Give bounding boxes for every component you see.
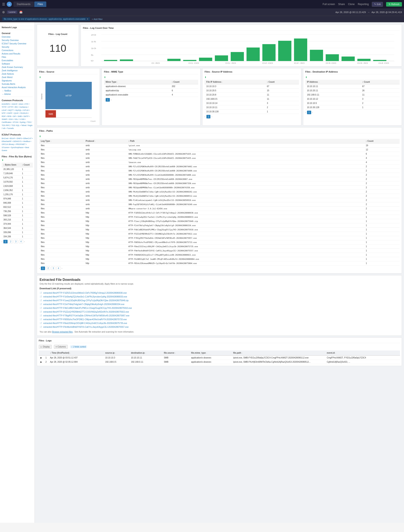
dest-prev[interactable]: ‹ <box>305 111 306 114</box>
src-next[interactable]: › <box>212 115 212 118</box>
dest-page-1[interactable]: 1 <box>307 111 311 114</box>
page-prev-arrow[interactable]: ‹ <box>2 241 2 243</box>
page-next-arrow[interactable]: › <box>24 241 25 243</box>
file-path-col[interactable]: file.path ↕ <box>231 350 325 355</box>
time-col[interactable]: ↕ Time (firstPacket) ↕ <box>48 350 103 355</box>
sidebar-connections[interactable]: Connections <box>2 49 33 52</box>
path-protocol: http <box>84 228 127 232</box>
mime-prev[interactable]: ‹ <box>104 99 105 101</box>
sidebar-zeek-weird[interactable]: Zeek Weird <box>2 76 33 79</box>
src-ip-download-icon[interactable]: ⬇ <box>205 76 299 79</box>
sidebar-asset[interactable]: Asset Interaction Analysis <box>2 86 33 89</box>
refresh-button[interactable]: ↻ Refresh <box>386 2 402 6</box>
sidebar-overview[interactable]: Overview <box>2 36 33 38</box>
mime-download-icon[interactable]: ⬇ <box>104 76 198 79</box>
sidebar-software[interactable]: Software <box>2 63 33 65</box>
src-page-1[interactable]: 1 <box>206 115 211 118</box>
sidebar-signatures[interactable]: Signatures <box>2 79 33 82</box>
download-link-item[interactable]: 📄extracted-files/HTTP-F78IgIRS7YUeXaEkk-… <box>39 314 399 317</box>
bytes-download-icon[interactable]: ⬇ <box>2 159 33 162</box>
time-from[interactable]: Apr 28, 2020 @ 00:11:23.429 <box>335 11 366 13</box>
sidebar-ics-overview[interactable]: ICS/IoT Security Overview <box>2 42 33 45</box>
sidebar-netbox[interactable]: → NetBox <box>2 89 33 92</box>
paths-count-col[interactable]: ↕ Count <box>364 139 400 144</box>
files-by-size-title: Files - Files By Size (Bytes) <box>2 155 33 158</box>
page-4-btn[interactable]: 4 <box>19 240 23 243</box>
mime-page-1[interactable]: 1 <box>106 98 110 101</box>
paths-page-4[interactable]: 4 <box>56 266 61 270</box>
sidebar-zeek-intelligence[interactable]: Zeek Intelligence <box>2 69 33 72</box>
file-source-col[interactable]: file.source ↕ <box>162 350 190 355</box>
download-link-item[interactable]: 📄extracted-files/HTTP-F8edJ33ItmjcOOUjMf… <box>39 322 399 325</box>
source-ip-col[interactable]: source.ip ↕ <box>103 350 129 355</box>
sidebar-arkime[interactable]: → Arkime <box>2 93 33 96</box>
download-link-item[interactable]: 📄extracted-files/HTTP-F1kSiw4pZQ1rfwsSe1… <box>39 295 399 298</box>
expand-icon[interactable]: ▶ <box>39 360 44 364</box>
download-link-item[interactable]: 📄extracted-files/HTTP-F5ZZzQYRD5Mn62TTJ-… <box>39 310 399 313</box>
dest-ip-download-icon[interactable]: ⬇ <box>305 76 400 79</box>
mime-count-col[interactable]: ↕ Count <box>170 80 198 84</box>
paths-prev[interactable]: ‹ <box>39 267 40 269</box>
fields-sorted-badge[interactable]: ↕ 1 fields sorted <box>70 345 87 348</box>
paths-page-2[interactable]: 2 <box>46 266 50 270</box>
src-prev[interactable]: ‹ <box>205 115 205 118</box>
download-link-item[interactable]: 📄extracted-files/HTTP-F4bCo8B2V4akUFLPMC… <box>39 306 399 310</box>
display-toggle[interactable]: ▷ Display <box>39 345 52 349</box>
source-download-icon[interactable]: ⬇ <box>39 76 98 79</box>
download-link-item[interactable]: 📄extracted-files/HTTP-F9mfbo4xBhb0YISFXI… <box>39 325 399 329</box>
paths-next[interactable]: › <box>62 267 62 269</box>
add-filter-button[interactable]: + Add filter <box>92 18 103 20</box>
sidebar-files[interactable]: Files <box>2 56 33 59</box>
path-count: 2 <box>364 173 400 177</box>
src-count-col[interactable]: ↕ Count <box>265 80 299 84</box>
path-protocol: smb <box>84 207 127 211</box>
event-id-col[interactable]: event.id ↕ <box>325 350 400 355</box>
list-item: 20,385,1201 <box>2 167 33 171</box>
sidebar-security-overview[interactable]: Security Overview <box>2 39 33 42</box>
sidebar-actions[interactable]: Actions and Results <box>2 52 33 55</box>
download-link-item[interactable]: 📄extracted-files/HTTP-F2vhT4blqYhdgJwh7-… <box>39 303 399 306</box>
share-link[interactable]: Share <box>338 3 345 6</box>
dest-next[interactable]: › <box>312 111 313 114</box>
sidebar-executables[interactable]: Executables <box>2 59 33 62</box>
fullscreen-link[interactable]: Full screen <box>323 3 335 6</box>
paths-download-icon[interactable]: ⬇ <box>39 135 400 138</box>
reporting-link[interactable]: Reporting <box>358 3 369 6</box>
list-item: 736,2561 <box>2 209 33 214</box>
tab-dashboards[interactable]: Dashboards <box>13 1 34 7</box>
dest-ip-col[interactable]: IP Address ↕ <box>305 80 361 84</box>
page-2-btn[interactable]: 2 <box>9 240 13 243</box>
download-link-item[interactable]: 📄extracted-files/HTTP-F1oerj1SDq9hUBXOog… <box>39 299 399 302</box>
page-1-btn[interactable]: 1 <box>3 240 7 243</box>
tab-files[interactable]: Files <box>34 1 46 7</box>
edit-button[interactable]: ✎ Edit <box>372 2 383 7</box>
mime-col[interactable]: Mime Type ↕ <box>104 80 170 84</box>
hamburger-icon[interactable]: ☰ <box>2 2 5 6</box>
columns-button[interactable]: ≡ Columns <box>54 345 68 349</box>
sidebar-zeek-notices[interactable]: Zeek Notices <box>2 73 33 76</box>
file-mime-col[interactable]: file.mime_type ↕ <box>189 350 231 355</box>
protocol-col[interactable]: Protocol ↕ <box>84 139 127 144</box>
mime-next[interactable]: › <box>111 99 111 101</box>
page-3-btn[interactable]: 3 <box>14 240 18 243</box>
bytes-col-header[interactable]: ↕ Bytes Seen <box>2 163 20 167</box>
paths-page-3[interactable]: 3 <box>51 266 55 270</box>
dest-count-col[interactable]: ↕ Count <box>360 80 400 84</box>
log-type-col[interactable]: Log Type ↕ <box>39 139 84 144</box>
path-col[interactable]: ↕ Path <box>127 139 364 144</box>
src-ip-col[interactable]: File IP Address ↕ <box>205 80 265 84</box>
sidebar-suricata[interactable]: Suricata Alerts <box>2 83 33 86</box>
download-link-item[interactable]: 📄extracted-files/HTTP-F1ERZU22mnz0t8vlx3… <box>39 291 399 295</box>
query-toggle[interactable]: ⊕ <box>2 10 5 14</box>
sidebar-security[interactable]: Security <box>2 46 33 49</box>
download-link-item[interactable]: 📄extracted-files/HTTP-F8050zhs7hsOFD9E1-… <box>39 318 399 321</box>
browse-link[interactable]: Browse extracted files <box>52 331 73 333</box>
expand-icon[interactable]: ▶ <box>39 355 44 360</box>
dest-ip-log-col[interactable]: destination.ip ↕ <box>129 350 162 355</box>
time-to[interactable]: Apr 28, 2020 @ 04:29:41.419 <box>372 11 402 13</box>
filter-close-icon[interactable]: ✕ <box>87 18 88 20</box>
paths-page-1[interactable]: 1 <box>41 266 45 270</box>
sidebar-zeek-known[interactable]: Zeek Known Summary <box>2 66 33 69</box>
count-col-header[interactable]: ↕ Count <box>20 163 33 167</box>
clone-link[interactable]: Clone <box>348 3 354 6</box>
